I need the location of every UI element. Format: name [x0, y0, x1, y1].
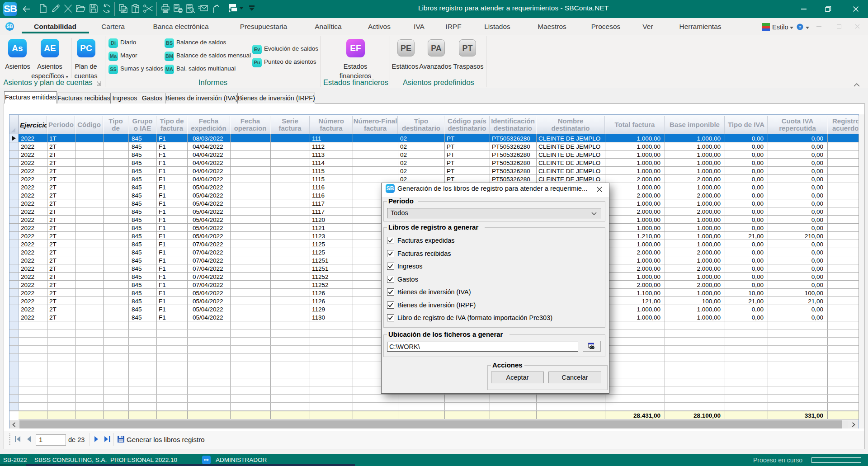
- svg-text:?: ?: [799, 24, 802, 29]
